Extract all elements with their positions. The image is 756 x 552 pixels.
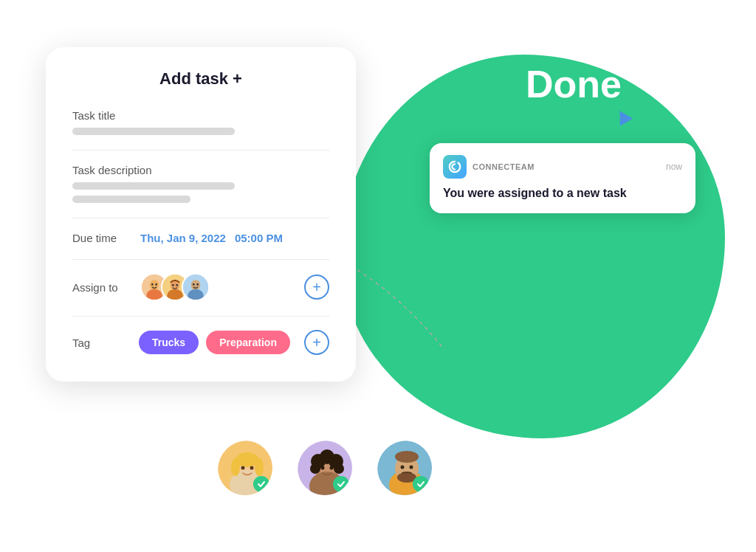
svg-point-20 <box>255 458 264 476</box>
svg-point-3 <box>151 283 154 286</box>
divider-2 <box>72 218 329 218</box>
person-avatar-3 <box>375 438 434 497</box>
notification-header: CONNECTEAM now <box>443 155 682 179</box>
due-time-row: Due time Thu, Jan 9, 2022 05:00 PM <box>72 232 329 244</box>
svg-point-31 <box>321 466 325 470</box>
svg-point-9 <box>176 284 178 286</box>
checkmark-badge-2 <box>333 476 349 492</box>
svg-point-1 <box>150 280 159 290</box>
divider-3 <box>72 259 329 260</box>
svg-point-13 <box>193 283 195 286</box>
notification-message: You were assigned to a new task <box>443 186 682 201</box>
divider-4 <box>72 316 329 317</box>
assignee-avatar-3 <box>182 273 210 301</box>
brand-name-text: CONNECTEAM <box>472 162 535 171</box>
assignee-avatars <box>140 273 210 301</box>
scene: Done Add task + Task title Task descript… <box>46 25 710 527</box>
svg-point-11 <box>191 280 201 290</box>
add-assignee-button[interactable]: + <box>304 275 329 300</box>
assign-to-row: Assign to <box>72 273 329 301</box>
due-time-value[interactable]: 05:00 PM <box>235 232 283 244</box>
add-task-card: Add task + Task title Task description D… <box>46 47 356 382</box>
assign-to-label: Assign to <box>72 281 131 294</box>
svg-point-4 <box>155 283 157 286</box>
people-row <box>216 438 434 497</box>
person-avatar-1 <box>216 438 275 497</box>
svg-point-21 <box>241 466 245 470</box>
svg-point-30 <box>334 463 344 474</box>
person-avatar-2 <box>295 438 354 497</box>
svg-point-36 <box>395 451 419 463</box>
due-date-value[interactable]: Thu, Jan 9, 2022 <box>140 232 226 244</box>
tag-row: Tag Trucks Preparation + <box>72 330 329 355</box>
task-title-field: Task title <box>72 109 329 135</box>
tag-label: Tag <box>72 337 131 349</box>
task-description-line2 <box>72 196 190 203</box>
svg-point-39 <box>410 466 413 469</box>
checkmark-badge-3 <box>413 476 429 492</box>
svg-point-29 <box>310 463 320 474</box>
card-title: Add task + <box>72 69 329 89</box>
notification-card: CONNECTEAM now You were assigned to a ne… <box>430 143 695 213</box>
task-description-label: Task description <box>72 164 329 176</box>
svg-point-8 <box>172 284 174 286</box>
connecteam-icon <box>443 155 467 179</box>
svg-point-19 <box>231 458 240 476</box>
task-title-input-placeholder[interactable] <box>72 128 235 135</box>
task-description-field: Task description <box>72 164 329 203</box>
checkmark-badge-1 <box>253 476 269 492</box>
add-tag-button[interactable]: + <box>304 330 329 355</box>
svg-point-32 <box>330 466 334 470</box>
tag-preparation[interactable]: Preparation <box>206 331 290 354</box>
due-time-label: Due time <box>72 232 131 244</box>
done-label: Done <box>526 62 622 106</box>
svg-point-38 <box>401 466 405 469</box>
svg-point-14 <box>196 283 199 286</box>
notification-brand: CONNECTEAM <box>443 155 535 179</box>
task-description-line1 <box>72 182 235 190</box>
task-title-label: Task title <box>72 109 329 122</box>
svg-point-22 <box>250 466 254 470</box>
divider-1 <box>72 150 329 151</box>
tag-trucks[interactable]: Trucks <box>139 331 199 354</box>
notification-time: now <box>666 162 682 172</box>
